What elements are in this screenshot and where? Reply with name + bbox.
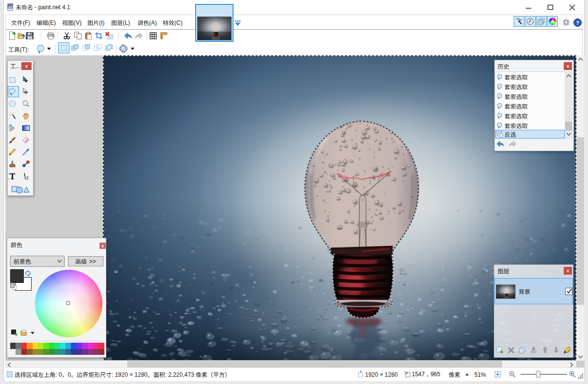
svg-text:2: 2 (26, 175, 29, 180)
svg-text:?: ? (576, 20, 579, 26)
